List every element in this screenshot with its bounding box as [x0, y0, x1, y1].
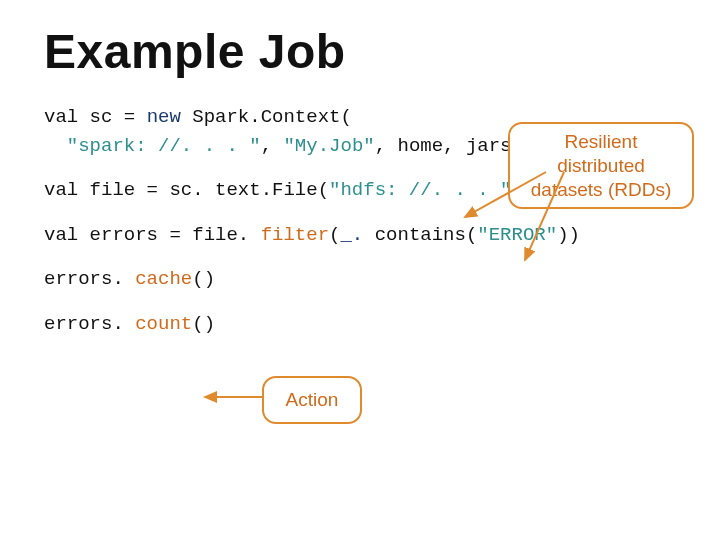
- code-method: cache: [135, 268, 192, 290]
- code-text: (): [192, 268, 215, 290]
- code-string: "ERROR": [477, 224, 557, 246]
- slide-title: Example Job: [44, 24, 676, 79]
- code-line-4: errors. cache(): [44, 265, 676, 294]
- code-text: val sc =: [44, 106, 147, 128]
- code-text: ,: [261, 135, 284, 157]
- callout-action: Action: [262, 376, 362, 424]
- code-text: val file = sc. text.File(: [44, 179, 329, 201]
- code-string: "My.Job": [283, 135, 374, 157]
- slide: Example Job val sc = new Spark.Context( …: [0, 0, 720, 540]
- code-text: Spark.Context(: [181, 106, 352, 128]
- code-text: [44, 135, 67, 157]
- code-method: filter: [261, 224, 329, 246]
- callout-action-text: Action: [286, 389, 339, 410]
- code-text: (): [192, 313, 215, 335]
- code-text: contains(: [363, 224, 477, 246]
- callout-rdd-line1: Resilient distributed: [526, 130, 676, 178]
- code-text: )): [557, 224, 580, 246]
- code-text: , home, jars): [375, 135, 523, 157]
- code-text: (: [329, 224, 340, 246]
- code-text: val errors = file.: [44, 224, 261, 246]
- callout-rdd-line2: datasets (RDDs): [526, 178, 676, 202]
- code-symbol: _.: [340, 224, 363, 246]
- callout-rdd: Resilient distributed datasets (RDDs): [508, 122, 694, 209]
- code-line-5: errors. count(): [44, 310, 676, 339]
- code-text: errors.: [44, 268, 135, 290]
- code-method: count: [135, 313, 192, 335]
- code-line-3: val errors = file. filter(_. contains("E…: [44, 221, 676, 250]
- code-string: "spark: //. . . ": [67, 135, 261, 157]
- code-keyword: new: [147, 106, 181, 128]
- code-string: "hdfs: //. . . ": [329, 179, 511, 201]
- code-text: errors.: [44, 313, 135, 335]
